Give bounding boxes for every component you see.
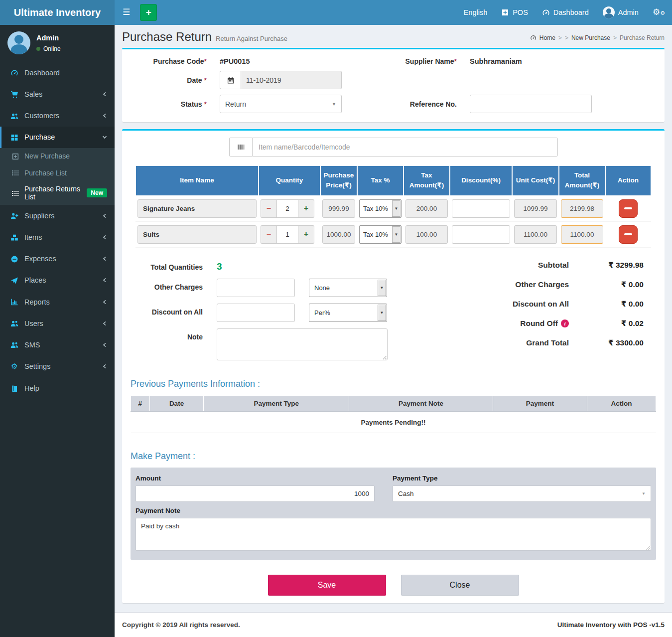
grand-total-value: ₹ 3300.00	[569, 338, 644, 347]
sidebar-item-users[interactable]: Users	[0, 313, 115, 334]
other-charges-type-select[interactable]: None ▼	[309, 279, 387, 297]
summary-discount-value: ₹ 0.00	[569, 300, 644, 309]
sidebar-item-purchase-list[interactable]: Purchase List	[0, 164, 115, 181]
qty-input[interactable]	[276, 199, 298, 218]
user-plus-icon	[9, 211, 20, 220]
app-logo[interactable]: Ultimate Inventory	[0, 0, 115, 25]
sidebar-item-expenses[interactable]: Expenses	[0, 248, 115, 270]
plus-square-icon	[10, 152, 20, 160]
new-badge: New	[87, 188, 107, 197]
total-quantities-label: Total Quantities	[143, 259, 203, 271]
sidebar-item-suppliers[interactable]: Suppliers	[0, 205, 115, 226]
cart-icon	[9, 90, 20, 98]
sidebar-user-status: Online	[36, 45, 61, 52]
pos-link[interactable]: POS	[494, 0, 535, 25]
purchase-price-input	[322, 199, 355, 218]
dashboard-link[interactable]: Dashboard	[535, 0, 596, 25]
total-quantities-value: 3	[217, 259, 222, 272]
remove-item-button[interactable]	[619, 225, 638, 244]
user-menu[interactable]: Admin	[596, 0, 646, 25]
sidebar-user-panel: Admin Online	[0, 25, 115, 62]
language-menu[interactable]: English	[457, 0, 495, 25]
tax-select[interactable]: Tax 10% ▼	[359, 199, 402, 218]
sidebar-item-reports[interactable]: Reports	[0, 291, 115, 313]
sidebar-item-dashboard[interactable]: Dashboard	[0, 62, 115, 83]
payments-pending-message: Payments Pending!!	[131, 412, 656, 433]
amount-label: Amount	[135, 475, 375, 482]
qty-decrease-button[interactable]: −	[261, 225, 276, 244]
minus-icon	[624, 233, 632, 235]
remove-item-button[interactable]	[619, 199, 638, 218]
amount-input[interactable]	[135, 485, 375, 502]
page-title: Purchase Return	[122, 30, 212, 44]
sidebar-item-help[interactable]: Help	[0, 377, 115, 399]
sidebar-item-new-purchase[interactable]: New Purchase	[0, 148, 115, 164]
sidebar-user-name: Admin	[36, 34, 61, 42]
col-tax: Tax %	[357, 165, 403, 196]
sidebar-item-settings[interactable]: ⚙ Settings	[0, 355, 115, 377]
round-off-value: ₹ 0.02	[569, 319, 644, 328]
save-button[interactable]: Save	[268, 575, 386, 596]
info-icon[interactable]: i	[561, 319, 569, 327]
chevron-down-icon: ▼	[378, 305, 386, 321]
calendar-icon	[220, 71, 241, 89]
payment-note-textarea[interactable]: Paid by cash	[135, 518, 651, 551]
item-search-group	[229, 138, 558, 157]
discount-input[interactable]	[452, 199, 510, 218]
pay-col-action: Action	[587, 395, 656, 412]
col-purchase-price: Purchase Price(₹)	[320, 165, 357, 196]
version-text: Ultimate Inventory with POS -v1.5	[557, 621, 665, 629]
status-select[interactable]: Return ▼	[220, 95, 342, 113]
qty-input[interactable]	[276, 225, 298, 244]
pay-col-index: #	[131, 395, 150, 412]
sidebar-item-purchase-returns-list[interactable]: Purchase Returns List New	[0, 181, 115, 205]
sidebar-item-places[interactable]: Places	[0, 270, 115, 291]
online-dot-icon	[36, 47, 40, 51]
qty-decrease-button[interactable]: −	[261, 199, 276, 218]
date-input[interactable]	[241, 71, 342, 89]
total-amount-input	[561, 225, 603, 244]
chevron-left-icon	[102, 341, 107, 349]
sidebar-toggle-icon[interactable]: ☰	[115, 0, 138, 25]
payment-type-label: Payment Type	[393, 475, 651, 482]
previous-payments-table: # Date Payment Type Payment Note Payment…	[131, 395, 656, 433]
note-textarea[interactable]	[217, 328, 388, 360]
qty-increase-button[interactable]: +	[298, 225, 314, 244]
close-button[interactable]: Close	[401, 575, 519, 596]
discount-input[interactable]	[452, 225, 510, 244]
settings-menu[interactable]: ⚙⚙	[646, 0, 672, 25]
supplier-name-label: Supplier Name*	[355, 57, 457, 65]
sidebar-item-items[interactable]: Items	[0, 226, 115, 248]
item-search-input[interactable]	[252, 138, 558, 157]
main-content: Purchase Return Return Against Purchase …	[115, 25, 672, 612]
content-header: Purchase Return Return Against Purchase …	[115, 25, 672, 48]
chevron-left-icon	[102, 255, 107, 263]
discount-on-all-input[interactable]	[217, 304, 295, 322]
chevron-left-icon	[102, 362, 107, 370]
purchase-price-input	[322, 225, 355, 244]
tax-select[interactable]: Tax 10% ▼	[359, 225, 402, 244]
unit-cost-input	[514, 199, 557, 218]
sidebar-item-sales[interactable]: Sales	[0, 83, 115, 105]
payment-type-select[interactable]: Cash ▼	[393, 485, 651, 502]
sidebar-item-purchase[interactable]: Purchase	[0, 127, 115, 148]
payments-empty-row: Payments Pending!!	[131, 412, 656, 433]
item-name-input	[137, 199, 257, 218]
purchase-submenu: New Purchase Purchase List Purchase Retu…	[0, 148, 115, 205]
minus-icon	[624, 207, 632, 209]
quick-add-button[interactable]: +	[140, 4, 157, 21]
sidebar-item-customers[interactable]: Customers	[0, 105, 115, 126]
breadcrumb-new-purchase[interactable]: New Purchase	[571, 34, 610, 41]
speedometer-icon	[542, 8, 550, 16]
discount-type-select[interactable]: Per% ▼	[309, 304, 387, 322]
other-charges-input[interactable]	[217, 279, 295, 297]
reference-no-input[interactable]	[470, 95, 592, 113]
qty-increase-button[interactable]: +	[298, 199, 314, 218]
summary-other-charges-label: Other Charges	[444, 280, 569, 289]
breadcrumb-home[interactable]: Home	[539, 34, 555, 41]
list-icon	[10, 168, 20, 177]
sidebar-item-sms[interactable]: SMS	[0, 334, 115, 355]
chevron-left-icon	[102, 212, 107, 220]
chevron-down-icon: ▼	[392, 200, 401, 217]
barcode-icon	[229, 138, 252, 157]
